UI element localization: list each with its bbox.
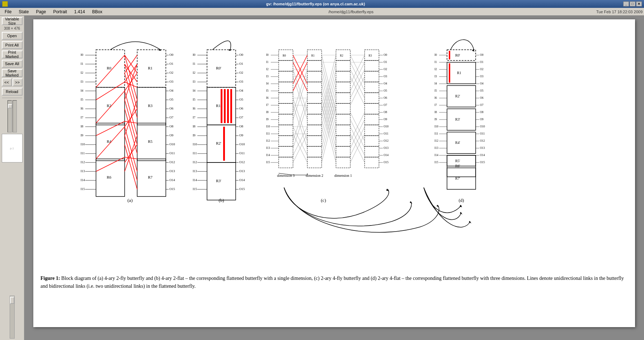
svg-text:O11: O11 bbox=[480, 132, 485, 135]
menu-bbox[interactable]: BBox bbox=[89, 8, 106, 15]
svg-rect-402 bbox=[447, 50, 476, 60]
menu-zoom[interactable]: 1.414 bbox=[71, 8, 88, 15]
vertical-scrollbar[interactable] bbox=[10, 296, 15, 339]
svg-text:I0: I0 bbox=[434, 53, 437, 57]
save-marked-button[interactable]: Save Marked bbox=[2, 69, 23, 77]
svg-text:I0: I0 bbox=[81, 53, 83, 57]
svg-rect-238 bbox=[307, 103, 322, 114]
svg-text:O7: O7 bbox=[480, 103, 484, 107]
svg-line-56 bbox=[96, 82, 125, 100]
svg-text:I2: I2 bbox=[434, 68, 437, 71]
svg-text:I10: I10 bbox=[81, 142, 85, 146]
svg-text:O0: O0 bbox=[169, 53, 173, 57]
svg-text:I2: I2 bbox=[81, 71, 83, 74]
svg-text:R0: R0 bbox=[107, 66, 111, 70]
svg-rect-231 bbox=[279, 157, 293, 168]
svg-text:O2: O2 bbox=[169, 71, 173, 74]
prev-button[interactable]: << bbox=[2, 78, 12, 86]
svg-text:O9: O9 bbox=[169, 133, 173, 137]
svg-rect-222 bbox=[279, 60, 293, 71]
svg-text:R1: R1 bbox=[457, 71, 461, 75]
variable-size-button[interactable]: Variable Size bbox=[2, 17, 23, 25]
menu-state[interactable]: State bbox=[15, 8, 32, 15]
svg-text:I10: I10 bbox=[193, 142, 197, 146]
svg-rect-253 bbox=[336, 136, 350, 146]
svg-text:R2: R2 bbox=[107, 103, 111, 108]
svg-marker-368 bbox=[410, 201, 412, 204]
scroll-track[interactable] bbox=[13, 100, 17, 132]
svg-rect-248 bbox=[336, 82, 350, 93]
svg-text:I15: I15 bbox=[81, 187, 85, 191]
svg-text:I12: I12 bbox=[193, 160, 197, 164]
menu-portrait[interactable]: Portrait bbox=[50, 8, 70, 15]
close-button[interactable]: ✕ bbox=[636, 1, 642, 6]
open-button[interactable]: Open bbox=[2, 32, 23, 40]
svg-rect-235 bbox=[307, 71, 322, 82]
svg-line-74 bbox=[125, 145, 137, 189]
svg-line-53 bbox=[125, 55, 137, 100]
maximize-button[interactable]: □ bbox=[630, 1, 635, 6]
svg-text:O14: O14 bbox=[239, 178, 245, 182]
svg-text:I14: I14 bbox=[81, 178, 85, 182]
svg-text:O1: O1 bbox=[384, 60, 387, 64]
svg-rect-226 bbox=[279, 103, 293, 114]
svg-text:I4: I4 bbox=[193, 89, 196, 92]
svg-text:I9: I9 bbox=[193, 133, 196, 137]
svg-text:I7: I7 bbox=[193, 116, 196, 119]
svg-text:I6: I6 bbox=[266, 96, 269, 99]
svg-text:I13: I13 bbox=[193, 169, 197, 173]
svg-text:R6: R6 bbox=[107, 175, 111, 179]
svg-text:O14: O14 bbox=[480, 154, 485, 157]
content-area[interactable]: I0 I1 I2 I3 I4 I5 I6 I7 I8 I9 I10 I11 I1… bbox=[24, 16, 644, 340]
svg-text:I12: I12 bbox=[266, 139, 270, 142]
zoom-handle[interactable] bbox=[8, 104, 12, 108]
print-marked-button[interactable]: Print Marked bbox=[2, 50, 23, 58]
svg-text:I11: I11 bbox=[266, 132, 270, 135]
zoom-slider[interactable] bbox=[8, 100, 12, 132]
svg-rect-247 bbox=[336, 71, 350, 82]
svg-text:dimension 2: dimension 2 bbox=[306, 174, 323, 178]
svg-rect-234 bbox=[307, 60, 322, 71]
svg-rect-408 bbox=[447, 86, 476, 107]
svg-text:O9: O9 bbox=[480, 118, 484, 121]
window-controls: _ □ ✕ bbox=[623, 1, 642, 6]
caption-bold: Figure 1: bbox=[40, 276, 60, 281]
svg-text:O4: O4 bbox=[480, 82, 484, 85]
svg-text:O5: O5 bbox=[169, 98, 173, 101]
minimize-button[interactable]: _ bbox=[623, 1, 629, 6]
menu-file[interactable]: File bbox=[1, 8, 15, 15]
nav-row: << >> bbox=[2, 78, 23, 86]
svg-text:O1: O1 bbox=[239, 62, 243, 65]
divider bbox=[2, 98, 22, 98]
svg-text:I7: I7 bbox=[266, 103, 269, 107]
svg-text:I4: I4 bbox=[81, 89, 83, 92]
svg-text:I8: I8 bbox=[193, 125, 196, 128]
dimensions-display: 308 × 476 bbox=[4, 26, 20, 30]
svg-rect-147 bbox=[224, 89, 226, 123]
scroll-thumb[interactable] bbox=[10, 297, 14, 304]
svg-text:I5: I5 bbox=[81, 98, 83, 101]
svg-text:I8: I8 bbox=[81, 125, 83, 128]
svg-rect-252 bbox=[336, 125, 350, 136]
save-all-button[interactable]: Save All bbox=[2, 60, 23, 68]
svg-rect-230 bbox=[279, 146, 293, 157]
print-all-button[interactable]: Print All bbox=[2, 41, 23, 49]
svg-rect-261 bbox=[365, 93, 379, 103]
svg-rect-148 bbox=[227, 89, 229, 123]
main-layout: Variable Size 308 × 476 Open Print All P… bbox=[0, 16, 644, 340]
svg-rect-418 bbox=[447, 168, 476, 189]
svg-text:I3: I3 bbox=[434, 75, 437, 78]
svg-text:I11: I11 bbox=[81, 151, 85, 155]
svg-text:O10: O10 bbox=[480, 125, 485, 128]
svg-text:O0: O0 bbox=[239, 53, 243, 57]
next-button[interactable]: >> bbox=[13, 78, 23, 86]
label-c: (c) bbox=[321, 198, 326, 203]
menu-page[interactable]: Page bbox=[33, 8, 49, 15]
svg-text:O1: O1 bbox=[169, 62, 173, 65]
datetime: Tue Feb 17 18:22:03 2009 bbox=[596, 10, 643, 14]
svg-text:O7: O7 bbox=[169, 116, 173, 119]
svg-text:R6': R6' bbox=[455, 164, 460, 168]
svg-rect-412 bbox=[447, 132, 476, 154]
file-path: /home/djg11/fbutterfly.eps bbox=[328, 10, 374, 14]
reload-button[interactable]: Reload bbox=[2, 88, 23, 96]
